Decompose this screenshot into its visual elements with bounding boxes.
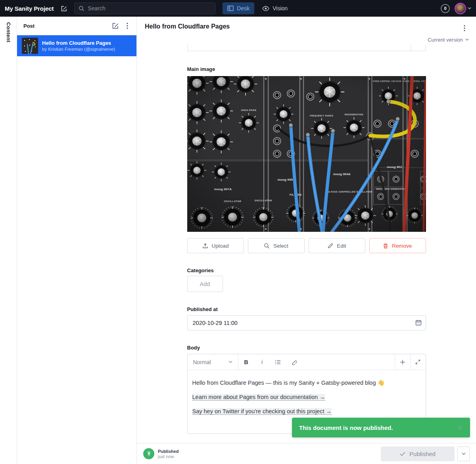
block-style-value: Normal [193,359,211,365]
notifications-badge[interactable]: 0 [441,4,450,13]
synthesizer-photo: FIXED CONTROL VOLTAGE FIXED CONTROL VOLT… [187,76,426,232]
tab-desk-label: Desk [237,5,250,11]
bullet-list-icon [275,360,281,365]
publish-button[interactable]: Published [381,447,455,461]
document-thumbnail [22,38,38,54]
content-rail-label[interactable]: Content [6,22,12,464]
sanity-studio: My Sanity Project Desk [0,0,476,464]
insert-block-button[interactable] [395,354,410,370]
content-rail: Content [0,17,17,464]
compose-icon [112,22,119,29]
user-menu[interactable] [455,3,471,14]
pane-menu-button[interactable] [121,20,133,32]
post-list-pane: Post [17,17,137,464]
chevron-down-icon [462,453,466,455]
pencil-icon [327,243,333,249]
published-at-input[interactable] [187,315,426,330]
tab-vision[interactable]: Vision [257,2,292,14]
avatar [455,3,466,14]
categories-label: Categories [187,267,426,273]
bold-button[interactable]: B [238,354,254,370]
remove-button[interactable]: Remove [369,238,426,253]
chevron-down-icon [465,38,469,41]
search-icon [79,6,84,11]
link-button[interactable] [286,354,302,370]
document-pane: Hello from Cloudflare Pages Current vers… [137,17,476,464]
toast-message: This document is now published. [299,424,393,431]
publish-status-text: Published just now [158,449,179,459]
select-label: Select [273,243,288,249]
bullet-list-button[interactable] [270,354,286,370]
chevron-down-icon [468,7,471,10]
publish-menu-button[interactable] [457,447,470,461]
published-icon [143,448,154,459]
plus-icon [400,359,405,365]
trash-icon [383,243,388,249]
editor-toolbar: Normal B i [188,354,426,370]
check-icon [400,452,405,456]
document-form: Main image [137,44,476,443]
body-paragraph: Hello from Cloudflare Pages — this is my… [192,379,421,388]
slug-field-divider [411,44,411,51]
toast-close-button[interactable] [457,425,463,430]
footer-actions: Published [381,447,470,461]
publish-status-time: just now [158,454,179,459]
ellipsis-vertical-icon [464,25,465,31]
upload-label: Upload [212,243,229,249]
project-title[interactable]: My Sanity Project [5,5,54,12]
search-input[interactable] [88,5,211,11]
desk-icon [227,6,234,11]
calendar-button[interactable] [415,319,422,327]
search-bar[interactable] [74,2,215,14]
badge-count: 0 [444,6,446,11]
upload-button[interactable]: Upload [187,238,244,253]
pane-header: Post [17,17,136,35]
body-link-docs[interactable]: Learn more about Pages from our document… [192,394,325,401]
slug-field-partial[interactable] [187,44,426,51]
add-category-button[interactable]: Add [187,276,223,292]
published-at-label: Published at [187,306,426,312]
remove-label: Remove [392,243,412,249]
document-footer: Published just now Published [137,443,476,464]
toolbar-spacer [302,354,395,370]
version-label: Current version [428,37,463,43]
document-header: Hello from Cloudflare Pages [137,17,476,34]
publish-button-label: Published [409,451,436,457]
version-row: Current version [137,34,476,44]
expand-icon [415,359,420,365]
global-create-button[interactable] [59,4,69,13]
topbar-right: 0 [441,3,471,14]
tab-vision-label: Vision [273,5,288,11]
list-item-title: Hello from Cloudflare Pages [42,40,115,46]
edit-button[interactable]: Edit [309,238,365,253]
toast-success: This document is now published. [292,418,470,437]
body-link-twitter[interactable]: Say hey on Twitter if you're checking ou… [192,408,332,415]
top-navbar: My Sanity Project Desk [0,0,476,17]
document-menu-button[interactable] [459,22,470,34]
italic-button[interactable]: i [254,354,270,370]
search-icon [264,243,270,249]
chevron-down-icon [228,361,232,363]
publish-status-title: Published [158,449,179,454]
main-image-preview[interactable]: FIXED CONTROL VOLTAGE FIXED CONTROL VOLT… [187,76,426,232]
list-item-post[interactable]: Hello from Cloudflare Pages by Kristian … [17,35,136,56]
select-button[interactable]: Select [248,238,305,253]
document-title: Hello from Cloudflare Pages [145,22,459,31]
publish-status[interactable]: Published just now [143,448,179,459]
ellipsis-vertical-icon [127,23,128,29]
link-icon [291,359,297,365]
list-item-subtitle: by Kristian Freeman (@signalnerve) [42,47,115,52]
eye-icon [262,6,269,11]
published-at-field [187,315,426,330]
version-selector[interactable]: Current version [428,35,469,44]
main-image-label: Main image [187,66,426,72]
tab-desk[interactable]: Desk [223,2,254,14]
calendar-icon [415,319,422,326]
tool-tabs: Desk Vision [223,2,292,14]
block-style-select[interactable]: Normal [188,354,238,370]
compose-icon [61,5,67,12]
create-new-document-button[interactable] [109,20,121,32]
expand-editor-button[interactable] [410,354,426,370]
edit-label: Edit [337,243,346,249]
image-actions: Upload Select Edit [187,238,426,253]
